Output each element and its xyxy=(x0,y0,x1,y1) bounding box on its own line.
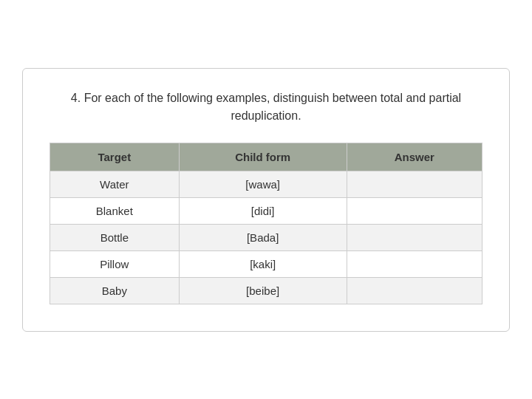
cell-child-form: [beibe] xyxy=(179,277,347,304)
cell-answer xyxy=(347,197,482,224)
table-row: Baby[beibe] xyxy=(50,277,482,304)
table-row: Bottle[Bada] xyxy=(50,224,482,250)
col-header-child-form: Child form xyxy=(179,143,347,171)
cell-answer xyxy=(347,171,482,197)
cell-target: Baby xyxy=(50,277,180,304)
cell-child-form: [wawa] xyxy=(179,171,347,197)
cell-child-form: [kaki] xyxy=(179,250,347,277)
cell-answer xyxy=(347,224,482,250)
cell-answer xyxy=(347,250,482,277)
reduplication-table: Target Child form Answer Water[wawa]Blan… xyxy=(50,143,482,304)
cell-target: Water xyxy=(50,171,180,197)
cell-target: Blanket xyxy=(50,197,180,224)
cell-child-form: [didi] xyxy=(179,197,347,224)
col-header-answer: Answer xyxy=(347,143,482,171)
table-row: Blanket[didi] xyxy=(50,197,482,224)
table-row: Pillow[kaki] xyxy=(50,250,482,277)
card: 4. For each of the following examples, d… xyxy=(22,68,510,332)
cell-target: Bottle xyxy=(50,224,180,250)
cell-answer xyxy=(347,277,482,304)
table-row: Water[wawa] xyxy=(50,171,482,197)
question-text: 4. For each of the following examples, d… xyxy=(50,89,482,125)
col-header-target: Target xyxy=(50,143,180,171)
cell-target: Pillow xyxy=(50,250,180,277)
cell-child-form: [Bada] xyxy=(179,224,347,250)
